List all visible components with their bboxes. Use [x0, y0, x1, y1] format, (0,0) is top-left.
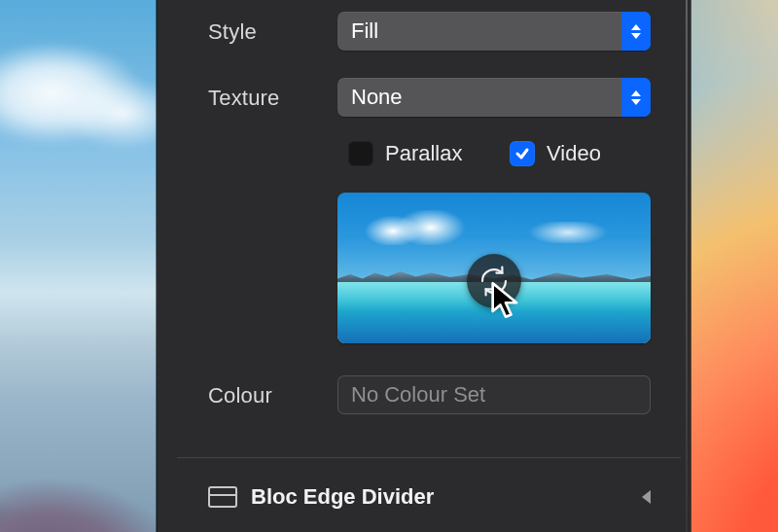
parallax-checkbox[interactable]	[348, 141, 373, 166]
chevron-down-icon	[631, 33, 641, 39]
chevron-up-icon	[631, 24, 641, 30]
texture-label: Texture	[208, 86, 336, 111]
colour-label: Colour	[208, 383, 336, 408]
chevron-down-icon	[631, 99, 641, 105]
thumb-cloud	[355, 210, 481, 245]
refresh-icon	[477, 264, 512, 299]
texture-select-value: None	[337, 85, 403, 110]
wallpaper-cloud	[0, 39, 175, 175]
divider-section-icon	[208, 486, 237, 508]
video-checkbox[interactable]	[510, 141, 535, 166]
disclosure-triangle-icon	[642, 490, 651, 504]
section-divider	[177, 457, 681, 458]
style-label: Style	[208, 19, 336, 45]
replace-asset-button[interactable]	[467, 254, 521, 308]
select-stepper-icon	[621, 78, 651, 117]
chevron-up-icon	[631, 90, 641, 96]
select-stepper-icon	[621, 12, 651, 51]
thumb-cloud	[524, 222, 612, 243]
style-select[interactable]: Fill	[337, 12, 651, 51]
video-checkbox-label: Video	[547, 141, 601, 166]
parallax-checkbox-label: Parallax	[385, 141, 462, 166]
section-title: Bloc Edge Divider	[251, 484, 434, 510]
colour-well-value: No Colour Set	[351, 382, 485, 408]
section-header-bloc-edge-divider[interactable]: Bloc Edge Divider	[208, 484, 651, 510]
texture-select[interactable]: None	[337, 78, 651, 117]
style-select-value: Fill	[337, 18, 378, 44]
panel-right-edge	[686, 0, 688, 532]
colour-well[interactable]: No Colour Set	[337, 375, 651, 414]
